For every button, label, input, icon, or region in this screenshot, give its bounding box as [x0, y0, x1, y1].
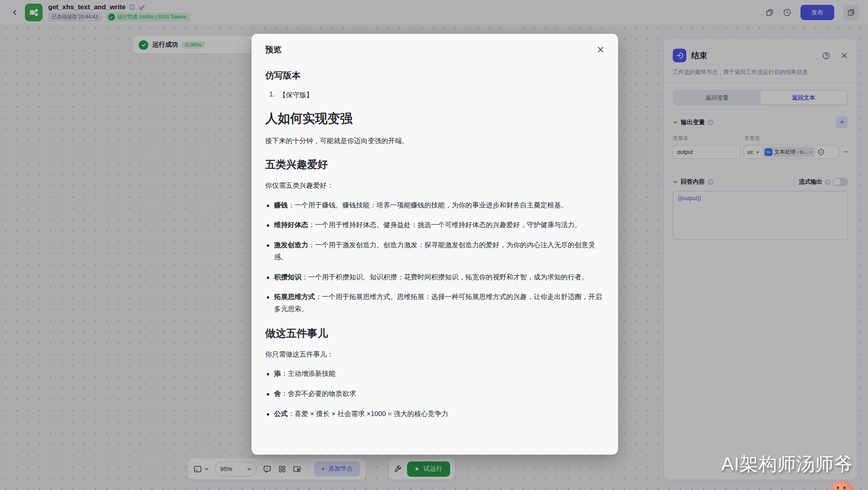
list-item: 维持好体态：一个用于维持好体态。健身益处：挑选一个可维持好体态的兴趣爱好，守护健…	[265, 219, 604, 231]
doc-intro: 接下来的十分钟，可能就是你迈向变强的开端。	[265, 136, 604, 146]
avatar-eye	[837, 486, 839, 489]
doc-section-heading: 仿写版本	[265, 70, 604, 82]
hobby-list: 赚钱：一个用于赚钱。赚钱技能：培养一项能赚钱的技能，为你的事业进步和财务自主奠定…	[265, 199, 604, 315]
watermark-text: AI架构师汤师爷	[721, 452, 853, 477]
action-list: 添：主动增添新技能舍：舍弃不必要的物质欲求公式：喜爱 × 擅长 × 社会需求 ×…	[265, 368, 604, 420]
doc-h1: 人如何实现变强	[265, 110, 604, 127]
list-item: 拓展思维方式：一个用于拓展思维方式。思维拓展：选择一种可拓展思维方式的兴趣，让你…	[265, 291, 604, 315]
list-item: 积攒知识：一个用于积攒知识。知识积攒：花费时间积攒知识，拓宽你的视野和才智，成为…	[265, 271, 604, 283]
doc-h2-actions: 做这五件事儿	[265, 326, 604, 340]
list-item: 赚钱：一个用于赚钱。赚钱技能：培养一项能赚钱的技能，为你的事业进步和财务自主奠定…	[265, 199, 604, 211]
avatar-eye	[843, 486, 845, 489]
doc-actions-lead: 你只需做这五件事儿：	[265, 349, 604, 360]
modal-title: 预览	[265, 44, 281, 55]
preview-modal: 预览 仿写版本 1. 【保守版】 人如何实现变强 接下来的十分钟，可能就是你迈向…	[252, 34, 618, 455]
list-item: 公式：喜爱 × 擅长 × 社会需求 ×1000 = 强大的核心竞争力	[265, 408, 604, 420]
doc-h2-hobbies: 五类兴趣爱好	[265, 158, 604, 172]
doc-hobbies-lead: 你仅需五类兴趣爱好：	[265, 180, 604, 191]
list-item: 添：主动增添新技能	[265, 368, 604, 380]
modal-close-icon[interactable]	[597, 46, 604, 53]
list-item: 舍：舍弃不必要的物质欲求	[265, 388, 604, 400]
list-item: 激发创造力：一个用于激发创造力。创造力激发：探寻能激发创造力的爱好，为你的内心注…	[265, 239, 604, 263]
preview-document: 仿写版本 1. 【保守版】 人如何实现变强 接下来的十分钟，可能就是你迈向变强的…	[265, 70, 604, 420]
ordered-item: 1. 【保守版】	[269, 90, 604, 100]
